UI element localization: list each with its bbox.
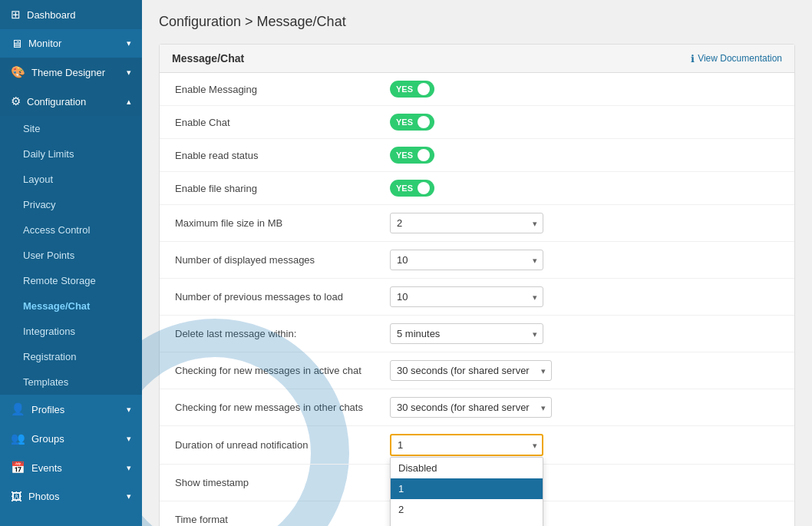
view-documentation-link[interactable]: ℹ View Documentation xyxy=(691,53,782,65)
setting-control: YES xyxy=(390,147,779,164)
setting-label: Enable Messaging xyxy=(175,84,390,95)
num-previous-select[interactable]: 5 10 20 50 xyxy=(390,286,543,307)
sidebar-item-dashboard[interactable]: ⊞ Dashboard xyxy=(0,0,142,29)
sidebar-sub-templates[interactable]: Templates xyxy=(0,369,142,395)
setting-row-checking-other: Checking for new messages in other chats… xyxy=(160,389,794,426)
sidebar-item-configuration[interactable]: ⚙ Configuration ▴ xyxy=(0,87,142,116)
setting-control: 5 10 20 50 ▾ xyxy=(390,250,779,270)
sidebar-item-groups[interactable]: 👥 Groups ▾ xyxy=(0,424,142,453)
setting-label: Number of displayed messages xyxy=(175,254,390,266)
checking-other-select[interactable]: 10 seconds 30 seconds (for shared server… xyxy=(390,397,552,418)
chevron-down-icon: ▾ xyxy=(127,68,131,78)
select-wrapper: 10 seconds 30 seconds (for shared server… xyxy=(390,360,552,381)
setting-row-enable-messaging: Enable Messaging YES xyxy=(160,73,794,106)
setting-row-delete-last: Delete last message within: Never 1 minu… xyxy=(160,316,794,352)
max-file-size-select[interactable]: 1 2 5 10 xyxy=(390,213,543,233)
sidebar-sub-message-chat[interactable]: Message/Chat xyxy=(0,293,142,319)
setting-control: Never 1 minute 5 minutes 10 minutes ▾ xyxy=(390,323,779,344)
toggle-label: YES xyxy=(396,151,413,160)
sidebar-label: Events xyxy=(31,462,62,474)
setting-label: Duration of unread notification xyxy=(175,439,390,451)
sidebar-sub-layout[interactable]: Layout xyxy=(0,167,142,192)
card-body: Enable Messaging YES Enable Chat YES xyxy=(160,73,794,526)
card-title: Message/Chat xyxy=(172,52,244,65)
setting-control: 1 2 5 10 ▾ xyxy=(390,213,779,233)
setting-control: YES xyxy=(390,114,779,131)
sidebar-item-theme-designer[interactable]: 🎨 Theme Designer ▾ xyxy=(0,58,142,87)
setting-row-duration-unread: Duration of unread notification Disabled… xyxy=(160,426,794,465)
sidebar-item-monitor[interactable]: 🖥 Monitor ▾ xyxy=(0,29,142,58)
sidebar-label: Dashboard xyxy=(27,9,76,21)
sidebar-sub-privacy[interactable]: Privacy xyxy=(0,192,142,217)
setting-row-enable-file-sharing: Enable file sharing YES xyxy=(160,172,794,205)
sidebar-label: Theme Designer xyxy=(31,67,105,78)
sidebar-label: Monitor xyxy=(28,38,61,49)
dropdown-option-disabled[interactable]: Disabled xyxy=(391,458,543,478)
setting-row-num-previous: Number of previous messages to load 5 10… xyxy=(160,279,794,316)
dashboard-icon: ⊞ xyxy=(11,8,21,22)
duration-unread-wrapper: Disabled 1 2 3 4 5 6 7 ▾ Disabled xyxy=(390,434,543,456)
enable-file-sharing-toggle[interactable]: YES xyxy=(390,180,434,197)
config-icon: ⚙ xyxy=(11,94,21,108)
sidebar-label: Profiles xyxy=(31,404,64,415)
setting-label: Enable read status xyxy=(175,150,390,161)
breadcrumb: Configuration > Message/Chat xyxy=(159,14,795,30)
chevron-down-icon: ▾ xyxy=(127,38,131,48)
theme-icon: 🎨 xyxy=(11,65,25,79)
setting-control: 10 seconds 30 seconds (for shared server… xyxy=(390,397,779,418)
toggle-label: YES xyxy=(396,84,413,94)
sidebar-sub-user-points[interactable]: User Points xyxy=(0,243,142,268)
chevron-down-icon: ▾ xyxy=(127,463,131,473)
chevron-down-icon: ▾ xyxy=(127,434,131,444)
setting-label: Enable Chat xyxy=(175,117,390,128)
setting-row-checking-active: Checking for new messages in active chat… xyxy=(160,352,794,389)
setting-label: Show timestamp xyxy=(175,477,390,488)
setting-row-max-file-size: Maximum file size in MB 1 2 5 10 ▾ xyxy=(160,205,794,242)
select-wrapper: 5 10 20 50 ▾ xyxy=(390,250,543,270)
enable-read-status-toggle[interactable]: YES xyxy=(390,147,434,164)
sidebar-label: Configuration xyxy=(27,96,86,108)
chevron-up-icon: ▴ xyxy=(127,97,131,107)
profiles-icon: 👤 xyxy=(11,402,25,416)
photos-icon: 🖼 xyxy=(11,490,22,503)
sidebar: ⊞ Dashboard 🖥 Monitor ▾ 🎨 Theme Designer… xyxy=(0,0,142,526)
enable-messaging-toggle[interactable]: YES xyxy=(390,81,434,98)
dropdown-option-2[interactable]: 2 xyxy=(391,499,543,520)
toggle-label: YES xyxy=(396,117,413,127)
sidebar-sub-remote-storage[interactable]: Remote Storage xyxy=(0,268,142,293)
duration-unread-select[interactable]: Disabled 1 2 3 4 5 6 7 xyxy=(390,434,543,456)
setting-label: Checking for new messages in active chat xyxy=(175,365,390,376)
delete-last-select[interactable]: Never 1 minute 5 minutes 10 minutes xyxy=(390,323,543,344)
sidebar-item-photos[interactable]: 🖼 Photos ▾ xyxy=(0,482,142,511)
dropdown-option-1[interactable]: 1 xyxy=(391,478,543,499)
sidebar-sub-daily-limits[interactable]: Daily Limits xyxy=(0,141,142,167)
dropdown-option-3[interactable]: 3 xyxy=(391,520,543,526)
chevron-down-icon: ▾ xyxy=(127,491,131,501)
sidebar-sub-site[interactable]: Site xyxy=(0,116,142,141)
monitor-icon: 🖥 xyxy=(11,37,22,50)
sidebar-item-events[interactable]: 📅 Events ▾ xyxy=(0,453,142,482)
setting-control: Disabled 1 2 3 4 5 6 7 ▾ Disabled xyxy=(390,434,779,456)
checking-active-select[interactable]: 10 seconds 30 seconds (for shared server… xyxy=(390,360,552,381)
setting-row-num-displayed: Number of displayed messages 5 10 20 50 … xyxy=(160,242,794,279)
enable-chat-toggle[interactable]: YES xyxy=(390,114,434,131)
setting-label: Time format xyxy=(175,514,390,525)
setting-control: YES xyxy=(390,81,779,98)
sidebar-item-profiles[interactable]: 👤 Profiles ▾ xyxy=(0,395,142,424)
toggle-knob xyxy=(418,83,430,95)
sidebar-sub-access-control[interactable]: Access Control xyxy=(0,217,142,243)
sidebar-sub-registration[interactable]: Registration xyxy=(0,344,142,369)
sidebar-sub-integrations[interactable]: Integrations xyxy=(0,319,142,344)
select-wrapper: Never 1 minute 5 minutes 10 minutes ▾ xyxy=(390,323,543,344)
setting-control: 5 10 20 50 ▾ xyxy=(390,286,779,307)
main-content: Configuration > Message/Chat Message/Cha… xyxy=(142,0,812,526)
setting-row-enable-chat: Enable Chat YES xyxy=(160,106,794,139)
toggle-label: YES xyxy=(396,184,413,193)
setting-label: Checking for new messages in other chats xyxy=(175,402,390,413)
num-displayed-select[interactable]: 5 10 20 50 xyxy=(390,250,543,270)
select-wrapper: 5 10 20 50 ▾ xyxy=(390,286,543,307)
setting-control: 10 seconds 30 seconds (for shared server… xyxy=(390,360,779,381)
info-icon: ℹ xyxy=(691,53,695,65)
setting-label: Delete last message within: xyxy=(175,328,390,339)
setting-label: Enable file sharing xyxy=(175,183,390,194)
